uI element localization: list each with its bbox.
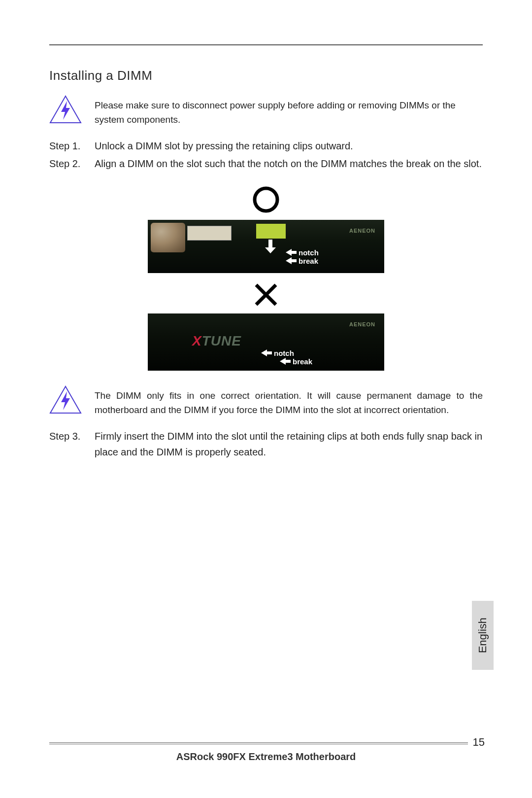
notch-label: notch — [274, 349, 294, 357]
brand-text: AENEON — [349, 228, 375, 234]
step-body: Unlock a DIMM slot by pressing the retai… — [95, 138, 483, 154]
step-item: Step 1. Unlock a DIMM slot by pressing t… — [49, 138, 483, 154]
ram-label — [187, 226, 232, 241]
svg-point-1 — [255, 188, 277, 211]
steps-list-a: Step 1. Unlock a DIMM slot by pressing t… — [49, 138, 483, 172]
svg-rect-2 — [268, 240, 272, 247]
svg-marker-4 — [286, 249, 297, 256]
break-label: break — [293, 357, 312, 366]
language-label: English — [476, 618, 489, 653]
xtune-logo: XTUNE — [192, 333, 241, 349]
dimm-photo-incorrect: AENEON XTUNE notch break — [148, 313, 384, 371]
lightning-warning-icon — [49, 95, 82, 125]
correct-mark-icon — [148, 185, 384, 216]
page-number: 15 — [468, 736, 485, 749]
warning-text-2: The DIMM only fits in one correct orient… — [95, 385, 483, 417]
step-body: Firmly insert the DIMM into the slot unt… — [95, 428, 483, 460]
step-label: Step 2. — [49, 156, 95, 172]
arrow-left-icon — [261, 349, 272, 356]
bottom-divider: 15 — [49, 742, 483, 744]
thumb-illustration — [151, 223, 185, 252]
page-content: Installing a DIMM Please make sure to di… — [49, 44, 483, 768]
step-label: Step 3. — [49, 428, 95, 460]
top-divider — [49, 44, 483, 45]
svg-marker-9 — [280, 358, 291, 365]
figure-block: AENEON notch break — [148, 185, 384, 371]
warning-text-1: Please make sure to disconnect power sup… — [95, 95, 483, 127]
footer-product: ASRock 990FX Extreme3 Motherboard — [49, 751, 483, 763]
arrow-left-icon — [280, 358, 291, 365]
ram-sticker — [256, 224, 286, 239]
svg-marker-3 — [265, 247, 276, 253]
arrow-left-icon — [286, 257, 297, 264]
arrow-down-icon — [264, 240, 277, 256]
break-label: break — [299, 257, 318, 265]
svg-marker-5 — [286, 257, 297, 264]
steps-list-b: Step 3. Firmly insert the DIMM into the … — [49, 428, 483, 460]
brand-text: AENEON — [349, 321, 375, 327]
step-label: Step 1. — [49, 138, 95, 154]
notch-label: notch — [299, 248, 319, 257]
arrow-left-icon — [286, 249, 297, 256]
step-body: Align a DIMM on the slot such that the n… — [95, 156, 483, 172]
footer: 15 ASRock 990FX Extreme3 Motherboard — [49, 742, 483, 763]
step-item: Step 3. Firmly insert the DIMM into the … — [49, 428, 483, 460]
section-title: Installing a DIMM — [49, 68, 483, 83]
dimm-photo-correct: AENEON notch break — [148, 220, 384, 273]
language-tab: English — [472, 601, 494, 670]
notch-break-labels: notch break — [261, 349, 312, 366]
notch-break-labels: notch break — [286, 248, 319, 265]
svg-marker-8 — [261, 349, 272, 356]
incorrect-mark-icon — [148, 282, 384, 310]
warning-block-2: The DIMM only fits in one correct orient… — [49, 385, 483, 417]
step-item: Step 2. Align a DIMM on the slot such th… — [49, 156, 483, 172]
warning-block-1: Please make sure to disconnect power sup… — [49, 95, 483, 127]
lightning-warning-icon — [49, 385, 82, 415]
